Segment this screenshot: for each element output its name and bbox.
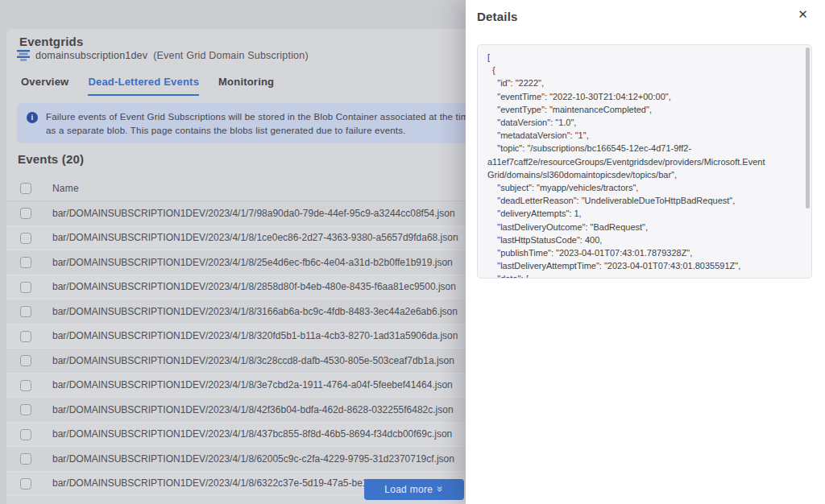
blob-name[interactable]: bar/DOMAINSUBSCRIPTION1DEV/2023/4/1/8/3e… [52,379,453,390]
resource-line: domainsubscription1dev (Event Grid Domai… [17,50,309,61]
blob-name[interactable]: bar/DOMAINSUBSCRIPTION1DEV/2023/4/1/8/1c… [52,232,458,243]
row-checkbox[interactable] [20,208,31,219]
row-checkbox[interactable] [20,331,31,342]
banner-text-line: Failure events of Event Grid Subscriptio… [46,110,475,124]
tab-dead-lettered-events[interactable]: Dead-Lettered Events [88,76,199,96]
blob-name[interactable]: bar/DOMAINSUBSCRIPTION1DEV/2023/4/1/8/42… [52,404,454,415]
blob-name[interactable]: bar/DOMAINSUBSCRIPTION1DEV/2023/4/1/8/32… [52,330,458,341]
events-heading: Events (20) [18,152,84,166]
details-json-viewer[interactable]: [ { "id": "2222", "eventTime": "2022-10-… [477,44,812,279]
banner-text-line: as a separate blob. This page contains t… [46,124,475,138]
info-icon: i [27,112,38,123]
row-checkbox[interactable] [20,306,31,317]
blob-name[interactable]: bar/DOMAINSUBSCRIPTION1DEV/2023/4/1/7/98… [52,208,455,219]
row-checkbox[interactable] [20,429,31,440]
resource-type-label: (Event Grid Domain Subscription) [153,50,309,61]
details-json-content: [ { "id": "2222", "eventTime": "2022-10-… [478,45,811,278]
blob-name[interactable]: bar/DOMAINSUBSCRIPTION1DEV/2023/4/1/8/28… [52,281,456,292]
details-panel-title: Details [477,10,518,23]
blob-name[interactable]: bar/DOMAINSUBSCRIPTION1DEV/2023/4/1/8/43… [52,428,452,440]
load-more-button[interactable]: Load more » [364,479,464,500]
page-title: Eventgrids [19,35,84,48]
tab-monitoring[interactable]: Monitoring [218,76,274,96]
close-icon[interactable]: ✕ [798,8,808,20]
row-checkbox[interactable] [20,478,31,490]
row-checkbox[interactable] [20,355,31,366]
row-checkbox[interactable] [20,380,31,391]
double-chevron-down-icon: » [436,486,446,493]
column-header-name: Name [52,183,79,194]
row-checkbox[interactable] [20,453,31,465]
blob-name[interactable]: bar/DOMAINSUBSCRIPTION1DEV/2023/4/1/8/3c… [52,355,454,366]
tab-bar: OverviewDead-Lettered EventsMonitoring [21,76,274,96]
info-banner: i Failure events of Event Grid Subscript… [17,103,484,143]
event-grid-icon [17,50,30,61]
load-more-label: Load more [384,484,433,495]
blob-name[interactable]: bar/DOMAINSUBSCRIPTION1DEV/2023/4/1/8/31… [52,306,458,317]
resource-name: domainsubscription1dev [35,50,147,61]
blob-name[interactable]: bar/DOMAINSUBSCRIPTION1DEV/2023/4/1/8/25… [52,257,453,268]
row-checkbox[interactable] [20,404,31,415]
row-checkbox[interactable] [20,282,31,293]
code-scrollbar-thumb[interactable] [806,48,810,209]
select-all-checkbox[interactable] [20,183,31,194]
row-checkbox[interactable] [20,257,31,268]
blob-name[interactable]: bar/DOMAINSUBSCRIPTION1DEV/2023/4/1/8/63… [52,477,382,489]
tab-overview[interactable]: Overview [21,76,68,96]
details-panel: Details ✕ [ { "id": "2222", "eventTime":… [466,0,825,504]
row-checkbox[interactable] [20,233,31,244]
blob-name[interactable]: bar/DOMAINSUBSCRIPTION1DEV/2023/4/1/8/62… [52,453,454,465]
